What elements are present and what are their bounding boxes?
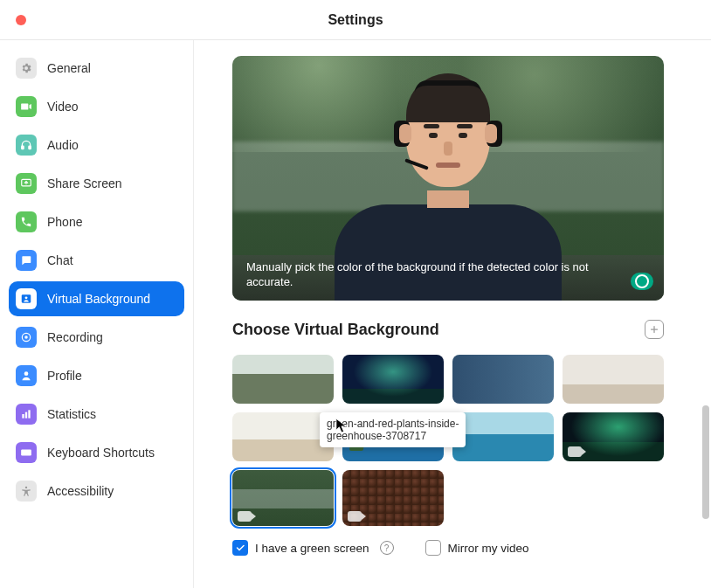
statistics-icon [16,404,37,425]
video-preview: Manually pick the color of the backgroun… [232,56,664,301]
bg-thumb[interactable] [232,412,334,461]
scrollbar-thumb[interactable] [702,405,709,519]
bg-thumb[interactable] [342,355,444,404]
sidebar-item-accessibility[interactable]: Accessibility [9,474,184,508]
bg-thumb-selected[interactable] [232,470,334,526]
video-icon [16,96,37,117]
profile-icon [16,365,37,386]
sidebar-item-label: Audio [47,138,79,152]
svg-rect-15 [29,451,30,452]
headphones-icon [16,135,37,156]
sidebar-item-video[interactable]: Video [9,89,184,124]
sidebar-item-label: Phone [47,215,82,229]
bg-thumb[interactable] [563,355,664,404]
section-title: Choose Virtual Background [232,321,439,339]
svg-rect-13 [24,451,25,452]
video-badge-icon [348,511,362,522]
svg-point-6 [24,336,28,339]
window-close-dot[interactable] [16,15,26,25]
help-icon[interactable]: ? [380,541,394,555]
checkbox-label: I have a green screen [255,542,369,555]
bg-thumb[interactable] [232,355,334,404]
checkbox-checked-icon [232,540,248,556]
svg-rect-0 [22,146,24,149]
sidebar: General Video Audio Share Screen Phone C… [0,40,194,588]
phone-icon [16,211,37,232]
keyboard-icon [16,442,37,463]
sidebar-item-statistics[interactable]: Statistics [9,397,184,432]
sidebar-item-keyboard-shortcuts[interactable]: Keyboard Shortcuts [9,435,184,470]
window-title: Settings [0,12,711,28]
sidebar-item-profile[interactable]: Profile [9,358,184,393]
cursor-icon [335,418,348,433]
sidebar-item-label: Video [47,100,79,114]
svg-rect-11 [21,450,31,456]
svg-rect-9 [25,412,27,419]
content: General Video Audio Share Screen Phone C… [0,40,711,588]
sidebar-item-virtual-background[interactable]: Virtual Background [9,281,184,316]
bg-thumb[interactable] [452,412,554,461]
bg-thumb[interactable] [342,470,444,526]
sidebar-item-label: Statistics [47,407,96,421]
main-panel: Manually pick the color of the backgroun… [194,40,711,588]
recording-icon [16,327,37,348]
bg-thumb[interactable] [452,355,554,404]
mirror-video-checkbox[interactable]: Mirror my video [425,540,529,556]
svg-rect-12 [23,451,24,452]
sidebar-item-label: Keyboard Shortcuts [47,446,155,460]
checkbox-label: Mirror my video [448,542,529,555]
svg-rect-16 [24,453,29,454]
video-badge-icon [238,511,252,522]
green-screen-checkbox[interactable]: I have a green screen ? [232,540,394,556]
sidebar-item-label: Profile [47,369,82,383]
background-grid: green-and-red-plants-inside- greenhouse-… [232,355,673,526]
accessibility-icon [16,481,37,502]
sidebar-item-recording[interactable]: Recording [9,320,184,355]
sidebar-item-share-screen[interactable]: Share Screen [9,166,184,201]
sidebar-item-label: General [47,61,91,75]
svg-point-4 [25,296,28,299]
svg-point-7 [24,371,29,376]
share-screen-icon [16,173,37,194]
sidebar-item-label: Virtual Background [47,292,150,306]
virtual-background-icon [16,288,37,309]
sidebar-item-label: Chat [47,253,73,267]
svg-rect-8 [22,414,24,419]
sidebar-item-label: Accessibility [47,484,114,498]
preview-hint: Manually pick the color of the backgroun… [246,259,611,290]
checkbox-empty-icon [425,540,441,556]
sidebar-item-phone[interactable]: Phone [9,204,184,239]
svg-rect-10 [28,410,30,418]
bg-thumb[interactable] [563,412,664,461]
sidebar-item-label: Recording [47,330,103,344]
svg-point-17 [25,487,27,488]
sidebar-item-label: Share Screen [47,176,122,190]
chat-icon [16,250,37,271]
sidebar-item-general[interactable]: General [9,51,184,86]
video-badge-icon [568,446,582,457]
sidebar-item-chat[interactable]: Chat [9,243,184,278]
gear-icon [16,58,37,79]
sidebar-item-audio[interactable]: Audio [9,128,184,163]
titlebar: Settings [0,0,711,40]
svg-rect-1 [29,146,31,149]
add-background-button[interactable] [645,320,664,339]
pick-color-button[interactable] [631,273,653,290]
svg-rect-14 [27,451,28,452]
